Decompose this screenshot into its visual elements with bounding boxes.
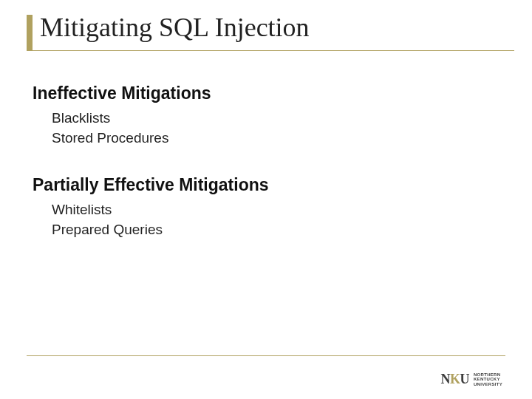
list-item: Prepared Queries — [52, 219, 505, 240]
content-area: Ineffective Mitigations Blacklists Store… — [27, 83, 505, 240]
logo-text: NORTHERN KENTUCKY UNIVERSITY — [474, 372, 502, 386]
title-block: Mitigating SQL Injection — [27, 13, 505, 51]
title-accent-bar — [27, 15, 33, 50]
section-heading: Ineffective Mitigations — [33, 83, 505, 103]
footer-rule — [27, 355, 505, 356]
section-items: Whitelists Prepared Queries — [33, 200, 505, 240]
list-item: Blacklists — [52, 108, 505, 129]
section-items: Blacklists Stored Procedures — [33, 108, 505, 149]
logo-letter-u: U — [460, 372, 469, 386]
logo-letter-k: K — [450, 372, 460, 386]
logo-mark: NKU — [440, 372, 469, 387]
section-heading: Partially Effective Mitigations — [33, 175, 505, 195]
title-underline — [27, 50, 514, 51]
slide: Mitigating SQL Injection Ineffective Mit… — [0, 0, 532, 399]
list-item: Whitelists — [52, 200, 505, 220]
logo-line: UNIVERSITY — [474, 382, 502, 386]
slide-title: Mitigating SQL Injection — [31, 13, 505, 43]
list-item: Stored Procedures — [52, 128, 505, 149]
section-partially-effective: Partially Effective Mitigations Whitelis… — [33, 175, 505, 240]
nku-logo: NKU NORTHERN KENTUCKY UNIVERSITY — [440, 372, 502, 387]
logo-letter-n: N — [440, 372, 450, 386]
section-ineffective: Ineffective Mitigations Blacklists Store… — [33, 83, 505, 149]
